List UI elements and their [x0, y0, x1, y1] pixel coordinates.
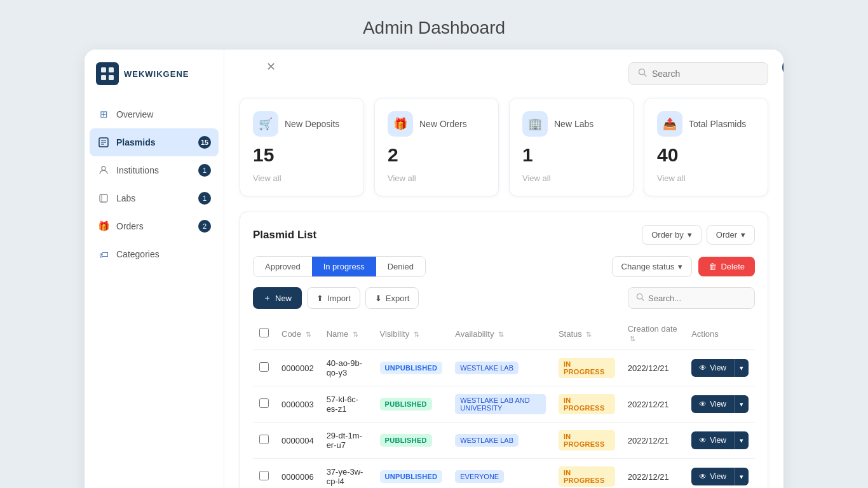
select-all-checkbox[interactable] — [259, 328, 269, 337]
sidebar-item-label: Categories — [116, 249, 159, 259]
table-search-input[interactable] — [648, 294, 747, 303]
sidebar-item-categories[interactable]: 🏷 Categories — [85, 240, 224, 268]
row-checkbox[interactable] — [259, 471, 269, 480]
stat-card-new-orders: 🎁 New Orders 2 View all — [374, 98, 499, 196]
trash-icon: 🗑 — [709, 262, 717, 271]
row-code: 0000002 — [275, 350, 320, 386]
row-checkbox[interactable] — [259, 362, 269, 372]
row-availability: WESTLAKE LAB AND UNIVERSITY — [449, 386, 552, 423]
order-by-label: Order by — [651, 230, 684, 240]
row-name: 29-dt-1m-er-u7 — [320, 423, 374, 459]
stats-grid: 🛒 New Deposits 15 View all 🎁 New Orders … — [240, 98, 768, 196]
action-group: 👁 View ▾ — [691, 431, 749, 449]
stat-card-total-plasmids: 📤 Total Plasmids 40 View all — [644, 98, 768, 196]
svg-rect-9 — [100, 194, 107, 202]
import-button[interactable]: ⬆ Import — [307, 287, 360, 309]
row-name: 37-ye-3w-cp-l4 — [320, 459, 374, 489]
section-title: Plasmid List — [253, 229, 316, 241]
col-availability[interactable]: Availability ⇅ — [449, 318, 552, 350]
labs-icon — [97, 192, 110, 205]
action-group: 👁 View ▾ — [691, 468, 749, 485]
export-button[interactable]: ⬇ Export — [365, 287, 419, 309]
row-visibility: PUBLISHED — [374, 386, 449, 423]
sort-icon: ⇅ — [630, 335, 635, 342]
logo-icon — [96, 62, 119, 85]
order-by-button[interactable]: Order by ▾ — [642, 225, 702, 245]
chevron-down-icon: ▾ — [740, 364, 743, 372]
new-button[interactable]: ＋ New — [253, 287, 302, 309]
sort-icon: ⇅ — [414, 330, 419, 338]
view-dropdown-button[interactable]: ▾ — [734, 431, 749, 449]
labs-badge: 1 — [198, 192, 211, 205]
orders-icon: 🎁 — [97, 220, 110, 233]
view-button[interactable]: 👁 View — [691, 359, 734, 377]
col-creation-date[interactable]: Creation date ⇅ — [621, 318, 685, 350]
sidebar-item-orders[interactable]: 🎁 Orders 2 — [85, 212, 224, 240]
sidebar-item-overview[interactable]: ⊞ Overview — [85, 100, 224, 128]
table-search[interactable] — [628, 287, 755, 309]
col-status[interactable]: Status ⇅ — [552, 318, 621, 350]
availability-badge: WESTLAKE LAB AND UNIVERSITY — [455, 394, 546, 414]
section-header: Plasmid List Order by ▾ Order ▾ — [253, 225, 755, 245]
total-plasmids-link[interactable]: View all — [657, 173, 755, 183]
view-dropdown-button[interactable]: ▾ — [734, 468, 749, 485]
eye-icon: 👁 — [699, 363, 707, 372]
row-checkbox-cell — [253, 386, 275, 423]
view-button[interactable]: 👁 View — [691, 395, 734, 413]
categories-icon: 🏷 — [97, 248, 110, 261]
sidebar-item-institutions[interactable]: Institutions 1 — [85, 156, 224, 184]
view-button[interactable]: 👁 View — [691, 431, 734, 449]
filter-bar: Approved In progress Denied Change statu… — [253, 256, 755, 277]
deposits-label: New Deposits — [285, 119, 339, 129]
row-actions: 👁 View ▾ — [685, 423, 755, 459]
deposits-icon: 🛒 — [253, 111, 278, 137]
change-status-button[interactable]: Change status ▾ — [612, 256, 693, 277]
orders-badge: 2 — [198, 220, 211, 233]
sidebar-nav: ⊞ Overview Plasmids 15 Institutions 1 — [85, 100, 224, 268]
change-status-label: Change status — [621, 262, 675, 271]
delete-button[interactable]: 🗑 Delete — [698, 257, 755, 276]
table-row: 0000006 37-ye-3w-cp-l4 UNPUBLISHED EVERY… — [253, 459, 755, 489]
plasmid-section: Plasmid List Order by ▾ Order ▾ Approved — [240, 212, 768, 488]
orders-label: New Orders — [419, 119, 467, 129]
visibility-badge: UNPUBLISHED — [380, 470, 443, 483]
col-code[interactable]: Code ⇅ — [275, 318, 320, 350]
search-box[interactable] — [628, 62, 768, 85]
sidebar-item-plasmids[interactable]: Plasmids 15 — [90, 128, 219, 156]
tab-denied[interactable]: Denied — [376, 257, 425, 276]
view-dropdown-button[interactable]: ▾ — [734, 359, 749, 377]
view-button[interactable]: 👁 View — [691, 468, 734, 485]
export-icon: ⬇ — [375, 294, 382, 303]
order-button[interactable]: Order ▾ — [707, 225, 755, 245]
sidebar-item-labs[interactable]: Labs 1 — [85, 184, 224, 212]
tab-approved[interactable]: Approved — [254, 257, 312, 276]
row-actions: 👁 View ▾ — [685, 350, 755, 386]
view-dropdown-button[interactable]: ▾ — [734, 395, 749, 413]
row-checkbox[interactable] — [259, 398, 269, 408]
sort-icon: ⇅ — [306, 330, 311, 338]
total-plasmids-label: Total Plasmids — [689, 119, 746, 129]
row-checkbox-cell — [253, 423, 275, 459]
row-creation-date: 2022/12/21 — [621, 459, 685, 489]
labs-link[interactable]: View all — [522, 173, 620, 183]
search-icon — [636, 292, 644, 304]
main-container: ✕ S WEKWIKGENE ⊞ Overview — [85, 50, 783, 488]
eye-icon: 👁 — [699, 472, 707, 481]
search-input[interactable] — [652, 69, 759, 79]
orders-link[interactable]: View all — [388, 173, 485, 183]
availability-badge: EVERYONE — [455, 470, 504, 483]
table-row: 0000002 40-ao-9b-qo-y3 UNPUBLISHED WESTL… — [253, 350, 755, 386]
col-name[interactable]: Name ⇅ — [320, 318, 374, 350]
stat-card-new-labs: 🏢 New Labs 1 View all — [509, 98, 634, 196]
svg-line-12 — [644, 74, 647, 77]
svg-rect-3 — [109, 75, 114, 80]
plasmids-icon — [97, 136, 110, 149]
tab-in-progress[interactable]: In progress — [312, 257, 376, 276]
row-checkbox[interactable] — [259, 435, 269, 444]
col-checkbox — [253, 318, 275, 350]
plasmids-stat-icon: 📤 — [657, 111, 682, 137]
chevron-down-icon: ▾ — [740, 400, 743, 408]
col-visibility[interactable]: Visibility ⇅ — [374, 318, 449, 350]
deposits-link[interactable]: View all — [253, 173, 351, 183]
close-button[interactable]: ✕ — [264, 57, 278, 76]
